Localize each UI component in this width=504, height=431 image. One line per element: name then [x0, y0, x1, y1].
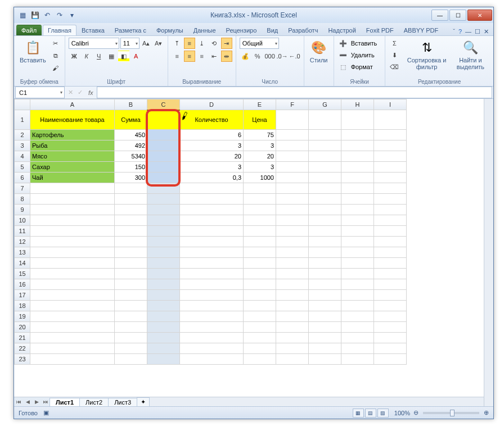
- cell[interactable]: [244, 269, 276, 279]
- cell[interactable]: 75: [244, 130, 276, 140]
- cell[interactable]: [309, 215, 341, 226]
- cell[interactable]: [276, 110, 309, 130]
- cell[interactable]: [180, 237, 244, 247]
- fx-enter-icon[interactable]: ✓: [75, 89, 85, 96]
- cell[interactable]: [374, 110, 407, 130]
- indent-dec-icon[interactable]: ⇤: [209, 51, 220, 62]
- cell[interactable]: [341, 247, 374, 258]
- sort-filter-button[interactable]: ⇅ Сортировка и фильтр: [404, 38, 449, 71]
- tab-file[interactable]: Файл: [16, 25, 42, 35]
- cell[interactable]: [147, 333, 180, 343]
- cell[interactable]: [374, 140, 407, 151]
- select-all-corner[interactable]: [15, 99, 30, 110]
- cell[interactable]: [244, 343, 276, 354]
- cell[interactable]: [30, 301, 115, 311]
- cell[interactable]: [244, 322, 276, 333]
- cell[interactable]: [341, 279, 374, 290]
- cell[interactable]: [30, 237, 115, 247]
- cell[interactable]: [309, 162, 341, 173]
- cell[interactable]: [244, 311, 276, 322]
- zoom-level[interactable]: 100%: [394, 410, 410, 416]
- cell[interactable]: [309, 247, 341, 258]
- cell[interactable]: [309, 237, 341, 247]
- cell[interactable]: [276, 140, 309, 151]
- cell[interactable]: 1000: [244, 173, 276, 183]
- cell[interactable]: [341, 322, 374, 333]
- cell[interactable]: [30, 247, 115, 258]
- cell[interactable]: Чай: [30, 173, 115, 183]
- cell[interactable]: [374, 237, 407, 247]
- cell[interactable]: [276, 290, 309, 301]
- fx-icon[interactable]: fx: [85, 89, 97, 96]
- zoom-out-button[interactable]: ⊖: [413, 409, 418, 416]
- col-header-f[interactable]: F: [276, 99, 309, 110]
- cell[interactable]: [374, 343, 407, 354]
- font-name-combo[interactable]: Calibri: [69, 38, 119, 49]
- row-header[interactable]: 12: [15, 237, 30, 247]
- cell[interactable]: [374, 322, 407, 333]
- cell[interactable]: [309, 194, 341, 205]
- align-center-icon[interactable]: ≡: [184, 51, 195, 62]
- cell[interactable]: [115, 205, 147, 215]
- cell[interactable]: 150: [115, 162, 147, 173]
- cell[interactable]: 20: [244, 151, 276, 162]
- cell[interactable]: 5340: [115, 151, 147, 162]
- cell[interactable]: [30, 226, 115, 237]
- cell[interactable]: [374, 151, 407, 162]
- delete-cells-label[interactable]: Удалить: [350, 52, 379, 58]
- cell[interactable]: [147, 205, 180, 215]
- cell[interactable]: [374, 205, 407, 215]
- tab-nav-first-icon[interactable]: ⏮: [14, 399, 23, 405]
- cell[interactable]: [147, 194, 180, 205]
- name-box[interactable]: C1: [15, 87, 65, 98]
- cell[interactable]: [115, 237, 147, 247]
- save-icon[interactable]: 💾: [30, 10, 40, 20]
- cell[interactable]: [244, 237, 276, 247]
- cell[interactable]: [244, 226, 276, 237]
- cell[interactable]: [244, 183, 276, 194]
- merge-icon[interactable]: ⇹: [221, 51, 232, 62]
- cell[interactable]: [147, 258, 180, 269]
- cell[interactable]: [180, 194, 244, 205]
- cell[interactable]: [309, 279, 341, 290]
- comma-icon[interactable]: 000: [264, 51, 276, 62]
- cell[interactable]: [341, 333, 374, 343]
- cell[interactable]: [341, 205, 374, 215]
- cell[interactable]: [374, 183, 407, 194]
- cell[interactable]: [115, 226, 147, 237]
- font-color-button[interactable]: A: [130, 51, 142, 62]
- row-header[interactable]: 16: [15, 279, 30, 290]
- cell[interactable]: [276, 183, 309, 194]
- fill-icon[interactable]: ⬇: [389, 49, 400, 61]
- row-header[interactable]: 20: [15, 322, 30, 333]
- row-header[interactable]: 9: [15, 205, 30, 215]
- cell[interactable]: [276, 173, 309, 183]
- cell[interactable]: [147, 183, 180, 194]
- cell[interactable]: [276, 205, 309, 215]
- cell[interactable]: [244, 205, 276, 215]
- row-header[interactable]: 5: [15, 162, 30, 173]
- delete-cells-icon[interactable]: ➖: [338, 49, 349, 61]
- cell[interactable]: [309, 110, 341, 130]
- row-header[interactable]: 3: [15, 140, 30, 151]
- cell[interactable]: Картофель: [30, 130, 115, 140]
- cell[interactable]: [276, 151, 309, 162]
- row-header[interactable]: 8: [15, 194, 30, 205]
- cell[interactable]: [276, 237, 309, 247]
- sheet-tab[interactable]: Лист1: [50, 398, 80, 406]
- cell[interactable]: [309, 343, 341, 354]
- row-header[interactable]: 11: [15, 226, 30, 237]
- cell[interactable]: [244, 215, 276, 226]
- cell[interactable]: [115, 183, 147, 194]
- cell[interactable]: [30, 279, 115, 290]
- view-normal-icon[interactable]: ▦: [353, 409, 364, 418]
- minimize-ribbon-icon[interactable]: ˇ: [453, 28, 455, 35]
- cell[interactable]: [341, 301, 374, 311]
- cell[interactable]: 0,3: [180, 173, 244, 183]
- cell[interactable]: [341, 258, 374, 269]
- row-header[interactable]: 23: [15, 354, 30, 365]
- doc-close-icon[interactable]: ✕: [484, 28, 489, 35]
- copy-icon[interactable]: ⧉: [50, 50, 61, 61]
- cell[interactable]: [341, 237, 374, 247]
- cell[interactable]: [341, 354, 374, 365]
